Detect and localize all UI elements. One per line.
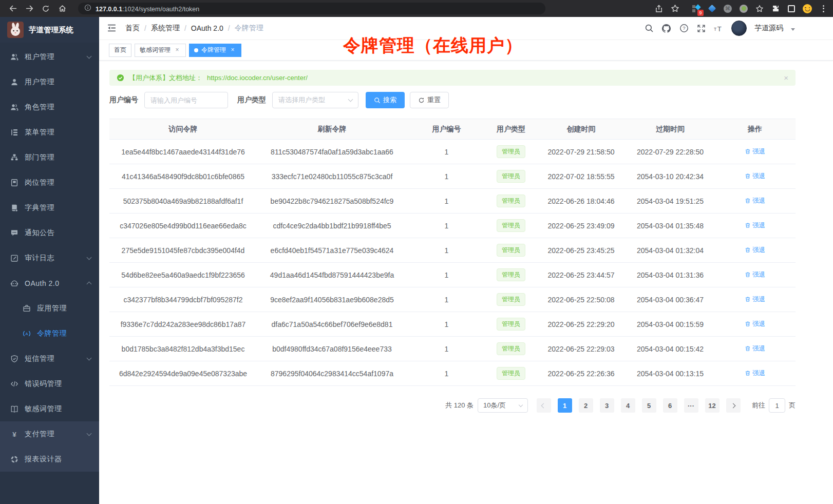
col-access-token: 访问令牌 (109, 119, 257, 140)
access-token-cell: 54d6be82ee5a460a9aedc1f9bf223656 (109, 263, 257, 287)
share-icon[interactable] (654, 4, 664, 13)
robot-icon (10, 279, 18, 287)
page-button-4[interactable]: 4 (621, 398, 635, 413)
sidebar-item-menu[interactable]: 菜单管理 (0, 120, 99, 145)
github-icon[interactable] (661, 24, 671, 33)
sidebar-item-post[interactable]: 岗位管理 (0, 170, 99, 195)
search-icon[interactable] (644, 24, 654, 33)
force-logout-button[interactable]: 强退 (745, 344, 765, 353)
user-type-cell: 管理员 (486, 312, 536, 337)
page-button-12[interactable]: 12 (705, 398, 720, 413)
breadcrumb-oauth[interactable]: OAuth 2.0 (191, 24, 223, 32)
address-bar[interactable]: 127.0.0.1:1024/system/oauth2/token (78, 3, 545, 14)
sidebar-item-token-management[interactable]: 令牌管理 (0, 321, 99, 346)
page-button-3[interactable]: 3 (600, 398, 614, 413)
extensions-puzzle-icon[interactable] (771, 4, 780, 13)
force-logout-button[interactable]: 强退 (745, 295, 765, 304)
tab-sensitive-words[interactable]: 敏感词管理× (135, 44, 186, 57)
close-tab-icon[interactable]: × (229, 47, 236, 54)
font-size-icon[interactable] (714, 24, 724, 33)
star-extension-icon[interactable] (755, 4, 764, 13)
page-ellipsis-button[interactable]: ··· (684, 398, 698, 413)
reset-button[interactable]: 重置 (410, 92, 449, 108)
browser-back-icon[interactable] (8, 4, 17, 13)
sidebar-item-audit-log[interactable]: 审计日志 (0, 245, 99, 270)
browser-forward-icon[interactable] (25, 4, 34, 13)
prev-page-button[interactable] (537, 398, 551, 413)
next-page-button[interactable] (726, 398, 741, 413)
created-time-cell: 2022-06-25 22:50:08 (536, 287, 626, 312)
sidebar-item-report-designer[interactable]: 报表设计器 (0, 447, 99, 472)
user-type-cell: 管理员 (486, 140, 536, 164)
user-id-cell: 1 (407, 164, 486, 189)
site-info-icon[interactable] (84, 4, 91, 13)
sidebar-item-app-management[interactable]: 应用管理 (0, 296, 99, 321)
doc-link[interactable]: https://doc.iocoder.cn/user-center/ (207, 74, 308, 82)
browser-reload-icon[interactable] (41, 4, 50, 13)
user-id-input[interactable] (144, 92, 228, 108)
force-logout-button[interactable]: 强退 (745, 320, 765, 328)
sidebar-item-dept[interactable]: 部门管理 (0, 145, 99, 170)
force-logout-button[interactable]: 强退 (745, 172, 765, 181)
breadcrumb-system[interactable]: 系统管理 (151, 24, 180, 33)
page-button-1[interactable]: 1 (558, 398, 572, 413)
command-extension-icon[interactable]: ⌘ (723, 4, 732, 13)
dict-icon (10, 204, 18, 212)
sidebar-fold-icon[interactable] (107, 23, 117, 33)
fullscreen-icon[interactable] (696, 24, 706, 33)
sidebar-item-oauth[interactable]: OAuth 2.0 (0, 270, 99, 296)
sidebar-menu: 租户管理 用户管理 角色管理 菜单管理 部门管理 岗位管理 字典管理 通知公告 … (0, 43, 99, 504)
sidebar-item-user[interactable]: 用户管理 (0, 69, 99, 94)
browser-home-icon[interactable] (58, 4, 67, 13)
force-logout-button[interactable]: 强退 (745, 197, 765, 205)
profile-emoji-icon[interactable] (803, 4, 812, 13)
close-tab-icon[interactable]: × (174, 47, 181, 54)
alert-close-icon[interactable]: × (784, 73, 788, 82)
goto-page-input[interactable] (769, 398, 785, 413)
col-user-id: 用户编号 (407, 119, 486, 140)
search-button[interactable]: 搜索 (366, 92, 405, 108)
sidebar-item-tenant[interactable]: 租户管理 (0, 44, 99, 69)
extension-grid-icon[interactable]: 9 (691, 4, 701, 13)
user-type-select[interactable]: 请选择用户类型 (272, 92, 358, 108)
page-button-2[interactable]: 2 (579, 398, 593, 413)
browser-menu-icon[interactable] (819, 4, 828, 13)
sidebar-item-dict[interactable]: 字典管理 (0, 195, 99, 220)
tab-token-management[interactable]: 令牌管理× (189, 44, 241, 57)
sidebar-item-notice[interactable]: 通知公告 (0, 220, 99, 245)
help-icon[interactable] (679, 24, 689, 33)
force-logout-button[interactable]: 强退 (745, 221, 765, 230)
created-time-cell: 2022-06-26 18:04:46 (536, 189, 626, 214)
caret-down-icon[interactable] (791, 28, 795, 31)
record-extension-icon[interactable] (739, 4, 748, 13)
search-icon (374, 97, 381, 104)
sidebar: 芋道管理系统 租户管理 用户管理 角色管理 菜单管理 部门管理 岗位管理 字典管… (0, 17, 99, 504)
force-logout-button[interactable]: 强退 (745, 270, 765, 279)
bookmark-star-icon[interactable] (670, 4, 679, 13)
sidebar-item-role[interactable]: 角色管理 (0, 94, 99, 120)
action-cell: 强退 (714, 140, 796, 164)
gem-extension-icon[interactable] (707, 4, 716, 13)
chevron-down-icon (87, 355, 92, 360)
force-logout-button[interactable]: 强退 (745, 369, 765, 378)
trash-icon (745, 272, 751, 278)
refresh-token-cell: 9ce8ef2aa9f14056b831ae9b608e28d5 (257, 287, 407, 312)
tab-window-icon[interactable] (787, 4, 796, 13)
force-logout-button[interactable]: 强退 (745, 147, 765, 156)
user-type-cell: 管理员 (486, 287, 536, 312)
table-row: 502375b8040a469a9b82188afdf6af1f be90422… (109, 189, 796, 214)
page-button-6[interactable]: 6 (663, 398, 677, 413)
app-logo[interactable]: 芋道管理系统 (0, 17, 99, 43)
sidebar-item-error-code[interactable]: 错误码管理 (0, 371, 99, 396)
breadcrumb-home[interactable]: 首页 (125, 24, 140, 33)
user-avatar[interactable] (731, 21, 747, 36)
username[interactable]: 芋道源码 (754, 24, 783, 33)
sidebar-item-sensitive-words[interactable]: 敏感词管理 (0, 396, 99, 421)
force-logout-button[interactable]: 强退 (745, 246, 765, 255)
page-size-select[interactable]: 10条/页 (478, 398, 528, 413)
sidebar-item-sms[interactable]: 短信管理 (0, 346, 99, 371)
tab-home[interactable]: 首页 (109, 44, 131, 57)
sidebar-item-payment[interactable]: 支付管理 (0, 421, 99, 447)
user-type-label: 用户类型 (237, 95, 266, 105)
page-button-5[interactable]: 5 (642, 398, 656, 413)
